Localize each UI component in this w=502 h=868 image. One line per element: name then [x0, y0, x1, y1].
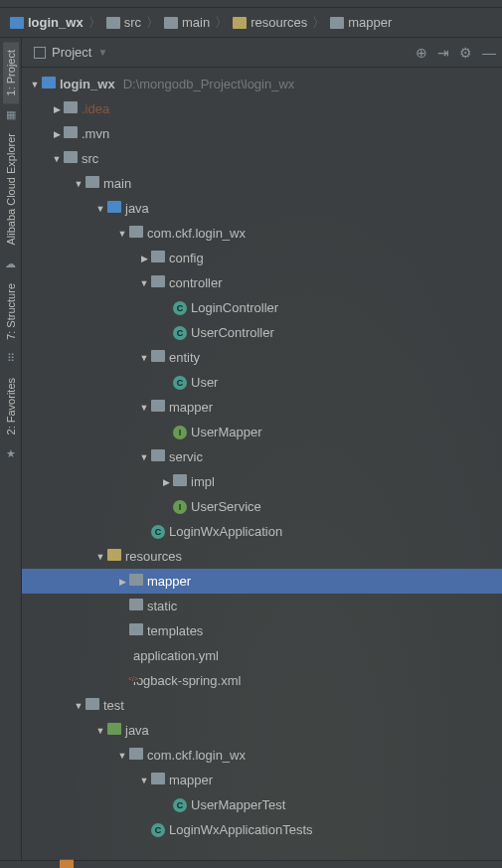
tree-node-label: .idea: [82, 101, 109, 116]
tree-node[interactable]: CUser: [22, 370, 502, 395]
folder-icon: [330, 17, 344, 29]
tree-node[interactable]: ▼resources: [22, 544, 502, 569]
chevron-right-icon[interactable]: ▶: [117, 577, 127, 587]
chevron-right-icon[interactable]: ▶: [52, 104, 62, 114]
tree-node[interactable]: ▼com.ckf.login_wx: [22, 743, 502, 768]
folder-icon[interactable]: ▦: [4, 107, 18, 121]
spring-class-icon: C: [151, 823, 165, 837]
star-icon[interactable]: ★: [4, 446, 18, 460]
tree-node[interactable]: CUserController: [22, 320, 502, 345]
tree-node[interactable]: static: [22, 594, 502, 618]
tree-node[interactable]: ▼controller: [22, 270, 502, 295]
tree-node-label: LoginController: [191, 300, 278, 315]
tree-node[interactable]: ▼java: [22, 718, 502, 743]
tree-node[interactable]: ▼java: [22, 196, 502, 221]
chevron-down-icon[interactable]: ▼: [52, 154, 62, 164]
chevron-down-icon[interactable]: ▼: [74, 701, 84, 711]
tree-node[interactable]: ▼login_wxD:\mongodb_Project\login_wx: [22, 72, 502, 96]
tool-window-tab[interactable]: 7: Structure: [3, 275, 19, 348]
breadcrumb-label: login_wx: [28, 15, 84, 30]
tree-node-label: test: [103, 698, 124, 713]
chevron-down-icon[interactable]: ▼: [117, 229, 127, 239]
chevron-down-icon[interactable]: ▼: [30, 80, 40, 89]
tree-node[interactable]: CLoginWxApplication: [22, 519, 502, 544]
folder-icon: [233, 17, 247, 29]
chevron-down-icon[interactable]: ▼: [117, 751, 127, 761]
tree-node-label: login_wx: [60, 77, 115, 91]
tool-window-tab[interactable]: 2: Favorites: [3, 370, 19, 442]
tree-node[interactable]: ▶config: [22, 246, 502, 270]
chevron-down-icon[interactable]: ▼: [139, 776, 149, 785]
locate-icon[interactable]: ⊕: [416, 45, 427, 61]
tree-node[interactable]: IUserService: [22, 494, 502, 519]
tree-node[interactable]: CLoginWxApplicationTests: [22, 817, 502, 842]
tree-node-label: main: [103, 176, 131, 191]
tree-node[interactable]: templates: [22, 618, 502, 643]
tree-node[interactable]: logback-spring.xml: [22, 668, 502, 693]
tree-node[interactable]: ▼src: [22, 146, 502, 171]
chevron-right-icon: 〉: [146, 14, 159, 32]
tree-node-label: logback-spring.xml: [133, 673, 241, 688]
tree-node[interactable]: ▼test: [22, 693, 502, 718]
breadcrumb-item[interactable]: src: [106, 15, 141, 30]
struct-icon[interactable]: ⠿: [4, 352, 18, 366]
tree-node-label: mapper: [169, 400, 213, 415]
tool-window-rail: 1: Project▦Alibaba Cloud Explorer☁7: Str…: [0, 38, 22, 860]
project-panel-title: Project: [52, 45, 91, 60]
hide-icon[interactable]: —: [482, 45, 496, 61]
tree-node[interactable]: ▶.idea: [22, 96, 502, 121]
tree-node-label: UserService: [191, 499, 261, 514]
project-tree[interactable]: ▼login_wxD:\mongodb_Project\login_wx▶.id…: [22, 68, 502, 860]
tool-window-tab[interactable]: Alibaba Cloud Explorer: [3, 125, 19, 254]
chevron-down-icon[interactable]: ▼: [95, 552, 105, 562]
tool-window-tab[interactable]: 1: Project: [3, 42, 19, 103]
chevron-down-icon[interactable]: ▼: [95, 726, 105, 736]
breadcrumb-item[interactable]: main: [164, 15, 210, 30]
collapse-icon[interactable]: ⇥: [437, 45, 449, 61]
tree-node[interactable]: CLoginController: [22, 295, 502, 320]
tree-node[interactable]: ▼main: [22, 171, 502, 196]
breadcrumb-item[interactable]: login_wx: [10, 15, 84, 30]
breadcrumb-item[interactable]: resources: [233, 15, 307, 30]
tree-node-label: servic: [169, 449, 203, 464]
tree-node-label: mapper: [147, 574, 191, 589]
tree-node[interactable]: ▼com.ckf.login_wx: [22, 221, 502, 246]
interface-icon: I: [173, 426, 187, 439]
folder-icon: [173, 474, 187, 489]
tree-node[interactable]: ▼servic: [22, 444, 502, 469]
project-panel-header: Project ▼ ⊕ ⇥ ⚙ —: [22, 38, 502, 68]
panel-actions: ⊕ ⇥ ⚙ —: [416, 45, 496, 61]
tree-node-label: UserMapperTest: [191, 797, 285, 812]
chevron-right-icon[interactable]: ▶: [161, 477, 171, 487]
tree-node[interactable]: CUserMapperTest: [22, 792, 502, 817]
tree-node-label: application.yml: [133, 648, 219, 663]
class-icon: C: [173, 376, 187, 390]
chevron-down-icon[interactable]: ▼: [139, 278, 149, 288]
chevron-down-icon[interactable]: ▼: [139, 353, 149, 363]
tree-node[interactable]: ▶impl: [22, 469, 502, 494]
tree-node[interactable]: IUserMapper: [22, 420, 502, 444]
tree-node-label: templates: [147, 623, 203, 638]
tree-node[interactable]: application.yml: [22, 643, 502, 668]
folder-icon: [151, 251, 165, 265]
chevron-right-icon[interactable]: ▶: [139, 254, 149, 263]
tree-node[interactable]: ▼mapper: [22, 395, 502, 420]
tree-node[interactable]: ▼entity: [22, 345, 502, 370]
chevron-down-icon[interactable]: ▼: [139, 403, 149, 413]
tree-node[interactable]: ▼mapper: [22, 768, 502, 792]
chevron-down-icon[interactable]: ▼: [139, 452, 149, 462]
folder-icon: [151, 275, 165, 290]
chevron-down-icon[interactable]: ▼: [74, 179, 84, 189]
tree-node-label: UserMapper: [191, 425, 262, 439]
chevron-right-icon[interactable]: ▶: [52, 129, 62, 139]
tree-node-label: UserController: [191, 325, 274, 340]
tree-node[interactable]: ▶mapper: [22, 569, 502, 594]
tree-node-label: com.ckf.login_wx: [147, 748, 246, 763]
gear-icon[interactable]: ⚙: [459, 45, 472, 61]
tree-node[interactable]: ▶.mvn: [22, 121, 502, 146]
chevron-down-icon[interactable]: ▼: [95, 204, 105, 214]
project-view-selector[interactable]: Project ▼: [34, 45, 107, 60]
cloud-icon[interactable]: ☁: [4, 258, 18, 271]
folder-icon: [42, 77, 56, 91]
breadcrumb-item[interactable]: mapper: [330, 15, 392, 30]
